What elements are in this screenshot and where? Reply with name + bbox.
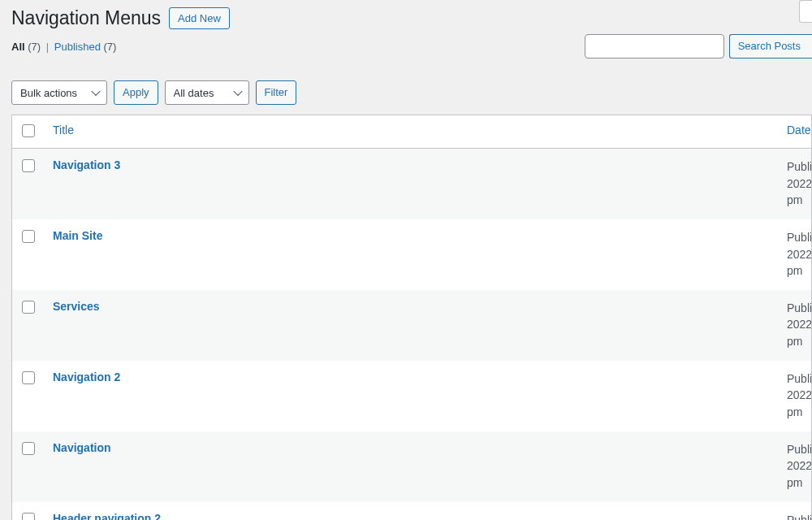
row-checkbox-cell <box>12 502 45 520</box>
column-title-header[interactable]: Title <box>45 115 779 149</box>
row-checkbox[interactable] <box>22 442 35 455</box>
row-date-line2: 2022/… <box>787 316 811 332</box>
select-all-header <box>12 115 45 149</box>
column-date-header[interactable]: Date <box>779 115 811 149</box>
table-row: Navigation 3Published2022/…pm <box>12 149 811 219</box>
row-date-cell: Published2022/…pm <box>779 290 811 361</box>
separator: | <box>44 41 51 53</box>
row-title-cell: Main Site <box>45 219 779 290</box>
row-title-link[interactable]: Navigation 3 <box>53 158 120 171</box>
row-date-line1: Published <box>787 370 811 387</box>
filter-button[interactable]: Filter <box>256 80 297 105</box>
row-date-line1: Published <box>787 300 811 316</box>
row-title-cell: Navigation <box>45 431 779 502</box>
row-date-line3: pm <box>787 192 811 208</box>
row-date-line1: Published <box>787 158 811 175</box>
select-all-checkbox[interactable] <box>22 124 35 137</box>
filter-all-label: All <box>11 41 25 53</box>
table-row: Navigation 2Published2022/…pm <box>12 361 811 431</box>
search-input[interactable] <box>585 34 724 58</box>
table-row: ServicesPublished2022/…pm <box>12 290 811 361</box>
row-checkbox-cell <box>12 361 45 431</box>
row-title-cell: Header navigation 2 <box>45 502 779 520</box>
row-title-link[interactable]: Services <box>53 300 100 313</box>
row-checkbox[interactable] <box>22 301 35 314</box>
row-date-line1: Published <box>787 229 811 245</box>
add-new-button[interactable]: Add New <box>169 7 230 29</box>
row-date-cell: Published2022/… <box>779 502 811 520</box>
filter-published-count: (7) <box>104 41 117 53</box>
row-date-line3: pm <box>787 333 811 349</box>
row-date-line1: Published <box>787 512 811 520</box>
row-date-cell: Published2022/…pm <box>779 361 811 431</box>
row-checkbox-cell <box>12 431 45 502</box>
dates-select[interactable]: All dates <box>165 80 249 105</box>
row-checkbox[interactable] <box>22 513 35 520</box>
table-row: Main SitePublished2022/…pm <box>12 219 811 290</box>
row-date-cell: Published2022/…pm <box>779 149 811 219</box>
filter-published[interactable]: Published (7) <box>54 41 117 53</box>
row-title-link[interactable]: Header navigation 2 <box>53 512 161 520</box>
row-date-line3: pm <box>787 404 811 420</box>
row-title-cell: Navigation 3 <box>45 149 779 219</box>
row-checkbox-cell <box>12 290 45 361</box>
row-date-line2: 2022/… <box>787 176 811 192</box>
filter-published-label: Published <box>54 41 101 53</box>
row-date-line3: pm <box>787 474 811 491</box>
row-title-cell: Navigation 2 <box>45 361 779 431</box>
row-title-link[interactable]: Navigation <box>53 441 111 454</box>
row-date-line3: pm <box>787 262 811 279</box>
row-title-link[interactable]: Main Site <box>53 229 102 242</box>
row-date-line1: Published <box>787 441 811 457</box>
search-button[interactable]: Search Posts <box>729 34 812 58</box>
row-checkbox[interactable] <box>22 230 35 243</box>
filter-all-count: (7) <box>28 41 41 53</box>
filter-all[interactable]: All (7) <box>11 41 44 53</box>
bulk-actions-select[interactable]: Bulk actions <box>11 80 107 105</box>
row-checkbox[interactable] <box>22 371 35 384</box>
row-title-link[interactable]: Navigation 2 <box>53 370 120 384</box>
row-date-cell: Published2022/…pm <box>779 431 811 502</box>
apply-button[interactable]: Apply <box>114 80 158 105</box>
row-title-cell: Services <box>45 290 779 361</box>
posts-table: Title Date Navigation 3Published2022/…pm… <box>11 115 812 520</box>
row-date-line2: 2022/… <box>787 457 811 474</box>
row-date-line2: 2022/… <box>787 387 811 403</box>
screen-options-panel[interactable] <box>799 0 812 23</box>
row-checkbox[interactable] <box>22 159 35 172</box>
table-row: NavigationPublished2022/…pm <box>12 431 811 502</box>
row-checkbox-cell <box>12 149 45 219</box>
row-checkbox-cell <box>12 219 45 290</box>
row-date-cell: Published2022/…pm <box>779 219 811 290</box>
table-row: Header navigation 2Published2022/… <box>12 502 811 520</box>
page-title: Navigation Menus <box>11 7 161 29</box>
row-date-line2: 2022/… <box>787 246 811 262</box>
